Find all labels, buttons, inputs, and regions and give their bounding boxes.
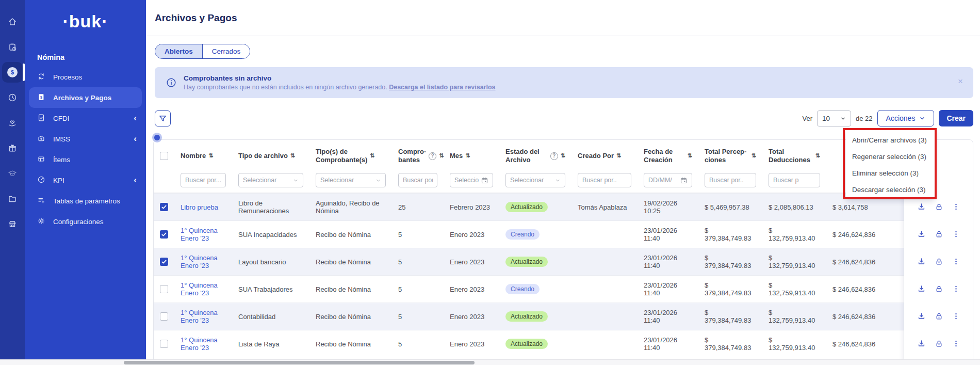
download-icon[interactable]: [917, 202, 926, 211]
rail-item-tasks[interactable]: [2, 37, 23, 57]
chevron-collapse-icon[interactable]: ‹: [134, 134, 137, 144]
row-checkbox[interactable]: [160, 230, 168, 239]
horizontal-scrollbar[interactable]: [0, 359, 980, 365]
cell-liquido: $ 246,624,836: [826, 281, 904, 297]
file-name-link[interactable]: Libro prueba: [181, 203, 218, 211]
kebab-icon[interactable]: [952, 203, 960, 211]
sort-icon[interactable]: ⇅: [688, 152, 692, 160]
sidebar-item--tems[interactable]: Ítems: [25, 149, 146, 170]
row-checkbox[interactable]: [160, 340, 168, 348]
filter-input[interactable]: Buscar por..: [705, 173, 756, 187]
calendar-icon[interactable]: [680, 177, 688, 184]
rail-item-time[interactable]: [2, 87, 23, 108]
filter-date-input[interactable]: Seleccio: [450, 173, 493, 187]
sort-icon[interactable]: ⇅: [465, 152, 470, 160]
tab-cerrados[interactable]: Cerrados: [203, 44, 250, 58]
menu-option-abrircerrar[interactable]: Abrir/Cerrar archivos (3): [846, 132, 935, 148]
file-name-link[interactable]: 1° Quincena Enero '23: [181, 309, 218, 324]
download-icon[interactable]: [917, 230, 926, 239]
sort-icon[interactable]: ⇅: [815, 152, 820, 160]
cell-comprobantes: 5: [392, 227, 444, 243]
rail-item-gifts[interactable]: [2, 138, 23, 158]
rail-item-home[interactable]: [2, 11, 23, 32]
download-icon[interactable]: [917, 339, 926, 348]
filter-select[interactable]: Seleccionar: [505, 173, 565, 187]
file-name-link[interactable]: 1° Quincena Enero '23: [181, 281, 218, 297]
lock-icon[interactable]: [935, 284, 943, 293]
chevron-collapse-icon[interactable]: ‹: [134, 113, 137, 123]
kebab-icon[interactable]: [952, 285, 960, 293]
status-badge: Actualizado: [505, 311, 548, 322]
sort-icon[interactable]: ⇅: [290, 152, 295, 160]
sort-icon[interactable]: ⇅: [616, 152, 621, 160]
row-checkbox[interactable]: [160, 258, 168, 266]
banner-download-link[interactable]: Descarga el listado para revisarlos: [389, 84, 495, 91]
lock-icon[interactable]: [935, 312, 943, 321]
filter-input[interactable]: Buscar p: [769, 173, 820, 187]
kebab-icon[interactable]: [952, 312, 960, 320]
kebab-icon[interactable]: [952, 230, 960, 238]
sort-icon[interactable]: ⇅: [208, 152, 213, 160]
kebab-icon[interactable]: [952, 258, 960, 265]
chevron-collapse-icon[interactable]: ‹: [134, 175, 137, 185]
rail-item-benefits[interactable]: [2, 113, 23, 133]
download-icon[interactable]: [917, 257, 926, 266]
actions-button[interactable]: Acciones: [877, 110, 935, 126]
help-icon[interactable]: ?: [429, 152, 436, 160]
row-checkbox[interactable]: [160, 312, 168, 321]
file-name-link[interactable]: 1° Quincena Enero '23: [181, 254, 218, 269]
download-icon[interactable]: [917, 284, 926, 293]
rail-item-company[interactable]: [2, 214, 23, 234]
menu-option-eliminar[interactable]: Eliminar selección (3): [846, 165, 935, 181]
sort-icon[interactable]: ⇅: [439, 152, 444, 160]
cell-comprobantes: 5: [392, 309, 444, 325]
cell-nombre: Libro prueba: [174, 199, 232, 215]
close-icon[interactable]: ×: [958, 76, 963, 87]
filter-button[interactable]: [155, 110, 171, 126]
lock-icon[interactable]: [935, 202, 943, 211]
download-icon[interactable]: [917, 312, 926, 321]
create-button[interactable]: Crear: [939, 110, 973, 126]
sort-icon[interactable]: ⇅: [752, 152, 756, 160]
filter-input[interactable]: Buscar por..: [578, 173, 631, 187]
menu-option-regenerar[interactable]: Regenerar selección (3): [846, 148, 935, 165]
page-size-select[interactable]: 10: [817, 110, 851, 126]
status-badge: Creando: [505, 229, 540, 240]
cell-fecha: 23/01/2026 11:40: [638, 250, 698, 274]
lock-icon[interactable]: [935, 257, 943, 266]
sidebar-item-procesos[interactable]: Procesos: [25, 67, 146, 87]
sidebar-item-configuraciones[interactable]: Configuraciones: [25, 211, 146, 232]
sidebar-item-imss[interactable]: IMSS‹: [25, 129, 146, 149]
sidebar-item-tablas-de-par-metros[interactable]: Tablas de parámetros: [25, 191, 146, 211]
kebab-icon[interactable]: [952, 340, 960, 347]
column-header-6: Estado del Archivo?⇅: [499, 144, 571, 169]
row-checkbox[interactable]: [160, 285, 168, 293]
filter-input[interactable]: Buscar por..: [398, 173, 437, 187]
sidebar-item-kpi[interactable]: KPI‹: [25, 170, 146, 191]
rail-item-payroll[interactable]: $: [2, 62, 23, 83]
sidebar-item-cfdi[interactable]: CFDI‹: [25, 108, 146, 129]
scrollbar-thumb[interactable]: [124, 361, 475, 364]
sort-icon[interactable]: ⇅: [561, 152, 565, 160]
filter-select[interactable]: Seleccionar: [238, 173, 303, 187]
filter-date-input[interactable]: DD/MM/: [644, 173, 692, 187]
calendar-icon[interactable]: [481, 177, 488, 184]
select-all-checkbox[interactable]: [160, 152, 168, 160]
sort-icon[interactable]: ⇅: [370, 152, 374, 160]
rail-item-education[interactable]: [2, 163, 23, 184]
help-icon[interactable]: ?: [550, 152, 558, 160]
filter-input[interactable]: Buscar por...: [181, 173, 226, 187]
file-name-link[interactable]: 1° Quincena Enero '23: [181, 227, 218, 242]
toolbar: Ver 10 de 22 Acciones Crear: [155, 109, 973, 127]
sidebar-item-archivos-y-pagos[interactable]: $Archivos y Pagos: [29, 87, 142, 108]
rail-item-documents[interactable]: [2, 188, 23, 209]
benefits-icon: [8, 118, 17, 128]
file-name-link[interactable]: 1° Quincena Enero '23: [181, 336, 218, 352]
filter-select[interactable]: Seleccionar: [316, 173, 386, 187]
select-all-cell: [154, 148, 174, 164]
lock-icon[interactable]: [935, 339, 943, 348]
lock-icon[interactable]: [935, 230, 943, 239]
menu-option-descargar[interactable]: Descargar selección (3): [846, 181, 935, 198]
tab-abiertos[interactable]: Abiertos: [155, 44, 203, 58]
row-checkbox[interactable]: [160, 203, 168, 211]
